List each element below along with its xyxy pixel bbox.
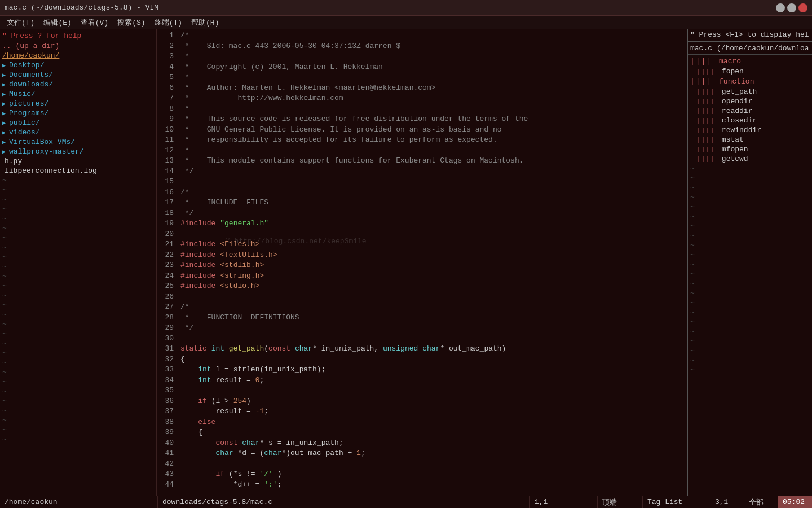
tag-tilde-4: ~ [688, 192, 812, 202]
line-numbers: 12345 678910 1112131415 1617181920 21222… [157, 29, 177, 496]
tilde-21: ~ [0, 367, 156, 377]
tag-bars-readdir: |||| [697, 108, 715, 115]
tag-item-rewinddir[interactable]: |||| rewinddir [688, 125, 812, 135]
tag-tilde-20: ~ [688, 346, 812, 356]
sidebar-item-documents[interactable]: Documents/ [0, 70, 156, 80]
tag-list-panel: " Press <F1> to display hel mac.c (/home… [688, 29, 812, 496]
tilde-24: ~ [0, 396, 156, 406]
tilde-3: ~ [0, 195, 156, 204]
menu-file[interactable]: 文件(F) [2, 16, 39, 29]
menu-edit[interactable]: 编辑(E) [39, 16, 76, 29]
tag-item-opendir[interactable]: |||| opendir [688, 97, 812, 106]
tag-item-fopen[interactable]: |||| fopen [688, 67, 812, 76]
sidebar-item-wallproxy[interactable]: wallproxy-master/ [0, 147, 156, 156]
tilde-4: ~ [0, 204, 156, 214]
sidebar-item-virtualbox[interactable]: VirtualBox VMs/ [0, 137, 156, 147]
menu-search[interactable]: 搜索(S) [113, 16, 149, 29]
tag-tilde-3: ~ [688, 183, 812, 192]
tag-item-closedir[interactable]: |||| closedir [688, 116, 812, 125]
tag-item-readdir[interactable]: |||| readdir [688, 106, 812, 116]
sidebar-item-downloads[interactable]: downloads/ [0, 80, 156, 89]
minimize-button[interactable] [776, 3, 785, 12]
tilde-18: ~ [0, 339, 156, 348]
tag-tilde-15: ~ [688, 298, 812, 308]
tag-tilde-22: ~ [688, 365, 812, 375]
tag-tilde-10: ~ [688, 250, 812, 260]
tag-tilde-8: ~ [688, 231, 812, 240]
tilde-17: ~ [0, 329, 156, 339]
maximize-button[interactable] [787, 3, 796, 12]
tilde-20: ~ [0, 358, 156, 367]
sidebar-item-programs[interactable]: Programs/ [0, 108, 156, 118]
tag-section-macro: |||| macro [688, 56, 812, 67]
tilde-23: ~ [0, 387, 156, 396]
tag-tilde-7: ~ [688, 221, 812, 231]
code-editor[interactable]: 12345 678910 1112131415 1617181920 21222… [157, 29, 688, 496]
menubar: 文件(F) 编辑(E) 查看(V) 搜索(S) 终端(T) 帮助(H) [0, 16, 812, 29]
sidebar-item-music[interactable]: Music/ [0, 89, 156, 99]
tag-tilde-1: ~ [688, 164, 812, 173]
tag-bars-mfopen: |||| [697, 147, 715, 153]
tilde-22: ~ [0, 377, 156, 387]
tag-item-get-path[interactable]: |||| get_path [688, 87, 812, 97]
tag-tilde-13: ~ [688, 279, 812, 288]
sidebar-item-videos[interactable]: videos/ [0, 128, 156, 137]
tag-item-getcwd[interactable]: |||| getcwd [688, 154, 812, 164]
sidebar-item-pictures[interactable]: pictures/ [0, 99, 156, 108]
tag-section-macro-label: macro [719, 57, 741, 65]
tag-section-function-label: function [719, 77, 754, 86]
sidebar-item-hpy[interactable]: h.py [0, 156, 156, 166]
tag-tilde-9: ~ [688, 240, 812, 250]
tag-section-function-bars: |||| [690, 77, 712, 86]
tilde-5: ~ [0, 214, 156, 224]
tag-tilde-11: ~ [688, 260, 812, 269]
tilde-27: ~ [0, 425, 156, 435]
status-tag: Tag_List [643, 496, 710, 508]
tag-section-macro-bars: |||| [690, 57, 712, 65]
code-text[interactable]: /* * $Id: mac.c 443 2006-05-30 04:37:13Z… [177, 29, 687, 496]
main-layout: " Press ? for help .. (up a dir) /home/c… [0, 29, 812, 496]
close-button[interactable] [798, 3, 807, 12]
file-explorer: " Press ? for help .. (up a dir) /home/c… [0, 29, 157, 496]
nav-up[interactable]: .. (up a dir) [0, 41, 156, 51]
tag-tilde-2: ~ [688, 173, 812, 183]
status-file: downloads/ctags-5.8/mac.c [158, 496, 530, 508]
sidebar-item-libpeer[interactable]: libpeerconnection.log [0, 166, 156, 176]
tilde-2: ~ [0, 185, 156, 195]
titlebar: mac.c (~/downloads/ctags-5.8) - VIM [0, 0, 812, 16]
tilde-7: ~ [0, 233, 156, 243]
tag-bars-rewinddir: |||| [697, 128, 715, 134]
current-dir[interactable]: /home/caokun/ [0, 51, 156, 60]
tag-tilde-5: ~ [688, 202, 812, 212]
tag-tilde-21: ~ [688, 356, 812, 365]
sidebar-help: " Press ? for help [0, 30, 156, 41]
menu-help[interactable]: 帮助(H) [187, 16, 223, 29]
tilde-28: ~ [0, 435, 156, 444]
tilde-15: ~ [0, 310, 156, 319]
tilde-9: ~ [0, 252, 156, 262]
menu-terminal[interactable]: 终端(T) [150, 16, 187, 29]
tag-item-mstat[interactable]: |||| mstat [688, 135, 812, 144]
tag-tilde-14: ~ [688, 288, 812, 298]
tilde-6: ~ [0, 224, 156, 233]
status-all: 全部 [744, 496, 778, 508]
tilde-25: ~ [0, 406, 156, 415]
menu-view[interactable]: 查看(V) [76, 16, 113, 29]
tag-bars-opendir: |||| [697, 99, 715, 105]
tag-bars-closedir: |||| [697, 118, 715, 124]
tag-tilde-18: ~ [688, 327, 812, 336]
sidebar-item-desktop[interactable]: Desktop/ [0, 60, 156, 70]
tag-tilde-17: ~ [688, 317, 812, 327]
window-controls [776, 3, 807, 12]
status-top: 顶端 [598, 496, 643, 508]
tag-section-function: |||| function [688, 76, 812, 87]
tilde-14: ~ [0, 300, 156, 310]
status-tagpos: 3,1 [710, 496, 744, 508]
tag-item-mfopen[interactable]: |||| mfopen [688, 144, 812, 154]
titlebar-title: mac.c (~/downloads/ctags-5.8) - VIM [5, 3, 158, 12]
tag-tilde-19: ~ [688, 336, 812, 346]
statusbar: /home/caokun downloads/ctags-5.8/mac.c 1… [0, 496, 812, 508]
sidebar-item-public[interactable]: public/ [0, 118, 156, 128]
tilde-11: ~ [0, 271, 156, 281]
tilde-16: ~ [0, 319, 156, 329]
